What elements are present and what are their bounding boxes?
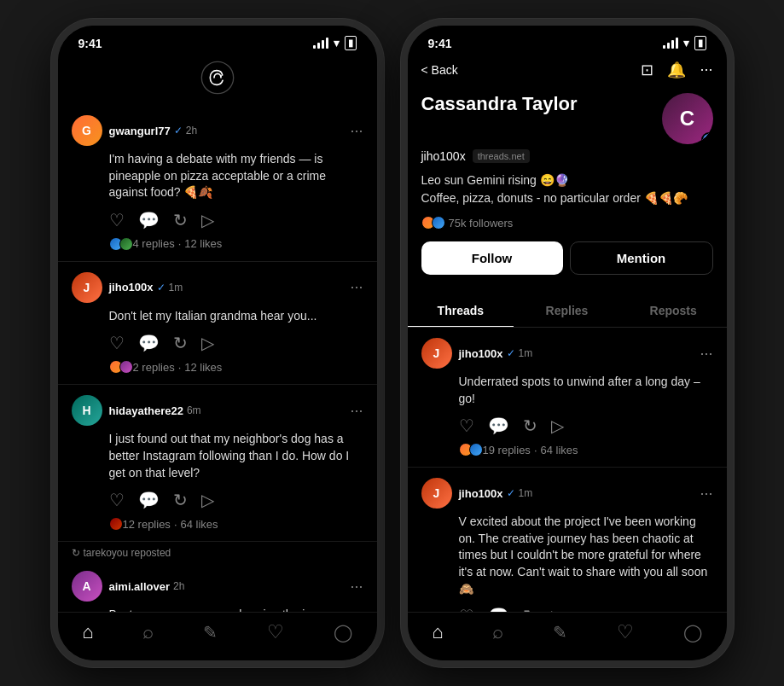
- threads-badge: threads.net: [473, 149, 530, 163]
- more-btn-2[interactable]: ···: [350, 278, 363, 296]
- stats-1: 4 replies · 12 likes: [109, 237, 363, 251]
- tab-reposts[interactable]: Reposts: [620, 295, 727, 327]
- followers-row: 75k followers: [421, 216, 713, 230]
- like-btn-1[interactable]: ♡: [109, 210, 125, 230]
- likes-count-1: 12 likes: [184, 237, 222, 250]
- nav-profile-2[interactable]: ◯: [683, 622, 702, 642]
- avatar-jiho-tp1: J: [421, 338, 452, 369]
- feed-header: [58, 54, 377, 105]
- username-4: aimi.allover: [109, 580, 171, 593]
- repost-tp1[interactable]: ↻: [523, 416, 537, 436]
- tp1-time: 1m: [519, 347, 533, 359]
- status-time-2: 9:41: [428, 37, 452, 50]
- status-bar-1: 9:41 ▾ ▮: [58, 26, 377, 54]
- replies-count-3: 12 replies: [123, 518, 171, 531]
- content-3: I just found out that my neighbor's dog …: [109, 431, 363, 481]
- nav-compose-1[interactable]: ✎: [203, 622, 218, 642]
- status-icons-1: ▾ ▮: [313, 36, 357, 50]
- more-btn-1[interactable]: ···: [350, 122, 363, 140]
- more-btn-4[interactable]: ···: [350, 578, 363, 596]
- replies-count-2: 2 replies: [133, 361, 175, 374]
- username-3: hidayathere22: [109, 404, 183, 417]
- thread-post-1: J jiho100x ✓ 1m ··· U: [408, 328, 727, 468]
- instagram-icon[interactable]: ⊡: [641, 61, 653, 79]
- follow-button[interactable]: Follow: [421, 241, 563, 275]
- repost-notice: ↻ tarekoyou reposted: [58, 542, 377, 561]
- avatar-hidaya: H: [72, 395, 102, 426]
- actions-1: ♡ 💬 ↻ ▷: [109, 210, 363, 230]
- wifi-icon-2: ▾: [683, 37, 689, 49]
- avatar-gwangurl77: G: [72, 115, 102, 146]
- nav-profile-1[interactable]: ◯: [334, 622, 352, 642]
- username-1: gwangurl77: [109, 125, 171, 137]
- repost-btn-1[interactable]: ↻: [173, 210, 188, 230]
- time-1: 2h: [186, 125, 197, 137]
- share-tp2[interactable]: ▷: [551, 606, 564, 612]
- tp1-username: jiho100x: [459, 347, 503, 360]
- bottom-nav-1: ⌂ ⌕ ✎ ♡ ◯: [58, 612, 377, 660]
- repost-btn-3[interactable]: ↻: [173, 490, 188, 510]
- tab-threads[interactable]: Threads: [408, 295, 514, 327]
- share-btn-3[interactable]: ▷: [201, 490, 214, 510]
- more-btn-tp1[interactable]: ···: [700, 345, 712, 363]
- status-bar-2: 9:41 ▾ ▮: [408, 26, 727, 54]
- nav-compose-2[interactable]: ✎: [553, 622, 567, 642]
- more-btn-tp2[interactable]: ···: [700, 485, 712, 503]
- status-time-1: 9:41: [78, 37, 102, 50]
- avatar-aimi: A: [72, 571, 102, 602]
- tab-replies[interactable]: Replies: [514, 295, 620, 327]
- nav-search-1[interactable]: ⌕: [142, 621, 154, 643]
- like-tp1[interactable]: ♡: [459, 416, 474, 436]
- more-btn-3[interactable]: ···: [350, 402, 363, 420]
- share-btn-2[interactable]: ▷: [201, 333, 214, 353]
- comment-tp1[interactable]: 💬: [488, 416, 509, 436]
- tp2-content: V excited about the project I've been wo…: [459, 514, 713, 597]
- post-2: J jiho100x ✓ 1m ··· D: [58, 262, 377, 386]
- profile-verified-badge: ✓: [701, 132, 713, 144]
- back-button[interactable]: < Back: [421, 63, 458, 77]
- follower-av-2: [432, 216, 445, 230]
- feed-scroll[interactable]: G gwangurl77 ✓ 2h ···: [58, 105, 377, 612]
- comment-btn-3[interactable]: 💬: [138, 490, 160, 510]
- nav-search-2[interactable]: ⌕: [492, 621, 503, 643]
- replies-count-1: 4 replies: [133, 237, 175, 250]
- share-btn-1[interactable]: ▷: [201, 210, 214, 230]
- bell-icon[interactable]: 🔔: [667, 61, 686, 79]
- profile-scroll[interactable]: J jiho100x ✓ 1m ··· U: [408, 328, 727, 612]
- signal-icon-2: [663, 38, 678, 49]
- likes-count-3: 64 likes: [181, 518, 218, 531]
- like-tp2[interactable]: ♡: [459, 606, 474, 612]
- nav-home-1[interactable]: ⌂: [82, 621, 93, 643]
- mention-button[interactable]: Mention: [570, 241, 713, 275]
- time-2: 1m: [169, 282, 183, 294]
- post-1: G gwangurl77 ✓ 2h ···: [58, 105, 377, 262]
- thread-post-2: J jiho100x ✓ 1m ··· V: [408, 468, 727, 612]
- share-tp1[interactable]: ▷: [551, 416, 564, 436]
- tp1-content: Underrated spots to unwind after a long …: [459, 374, 713, 407]
- post-3: H hidayathere22 6m ··· I just found out: [58, 385, 377, 542]
- tp1-replies: 19 replies: [483, 444, 531, 456]
- comment-tp2[interactable]: 💬: [488, 606, 509, 612]
- threads-logo: [200, 61, 235, 95]
- comment-btn-2[interactable]: 💬: [138, 333, 160, 353]
- battery-icon-2: ▮: [694, 36, 706, 50]
- svg-point-1: [220, 75, 222, 77]
- repost-icon: ↻: [72, 547, 80, 559]
- like-btn-2[interactable]: ♡: [109, 333, 125, 353]
- tp1-likes: 64 likes: [541, 444, 578, 456]
- actions-2: ♡ 💬 ↻ ▷: [109, 333, 363, 353]
- time-4: 2h: [173, 580, 184, 592]
- more-icon[interactable]: ···: [700, 61, 712, 79]
- nav-heart-2[interactable]: ♡: [617, 621, 634, 643]
- nav-heart-1[interactable]: ♡: [267, 621, 284, 643]
- comment-btn-1[interactable]: 💬: [138, 210, 160, 230]
- nav-home-2[interactable]: ⌂: [432, 621, 443, 643]
- repost-btn-2[interactable]: ↻: [173, 333, 188, 353]
- tp2-actions: ♡ 💬 ↻ ▷: [459, 606, 713, 612]
- signal-icon-1: [313, 38, 328, 49]
- phone-profile: 9:41 ▾ ▮ < Back ⊡ 🔔: [401, 19, 734, 667]
- like-btn-3[interactable]: ♡: [109, 490, 125, 510]
- post-4: A aimi.allover 2h ··· Best summer memor: [58, 561, 377, 612]
- profile-nav-icons: ⊡ 🔔 ···: [641, 61, 712, 79]
- repost-tp2[interactable]: ↻: [523, 606, 537, 612]
